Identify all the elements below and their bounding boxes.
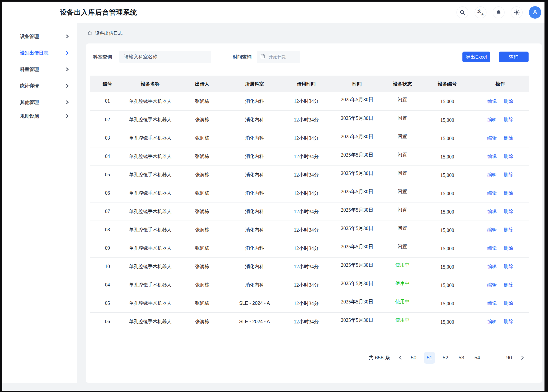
cell-duration: 12小时34分: [280, 184, 333, 202]
language-button[interactable]: 文A: [475, 6, 486, 18]
chevron-right-icon: [66, 84, 69, 88]
delete-link[interactable]: 删除: [504, 319, 513, 324]
query-button[interactable]: 查询: [499, 52, 529, 62]
edit-link[interactable]: 编辑: [487, 227, 497, 232]
cell-dept: 消化内科: [229, 239, 280, 257]
cell-device-name: 单孔腔镜手术机器人: [125, 202, 175, 221]
edit-link[interactable]: 编辑: [487, 245, 497, 251]
theme-button[interactable]: [511, 6, 523, 18]
chevron-right-icon: [66, 51, 69, 55]
delete-link[interactable]: 删除: [504, 135, 513, 141]
cell-code: 15,000: [423, 221, 471, 239]
edit-link[interactable]: 编辑: [487, 264, 497, 269]
cell-date: 2025年5月30日: [333, 146, 381, 164]
cell-dept: 消化内科: [229, 147, 280, 165]
edit-link[interactable]: 编辑: [487, 154, 497, 159]
edit-link[interactable]: 编辑: [487, 99, 497, 104]
cell-code: 15,000: [423, 111, 471, 129]
delete-link[interactable]: 删除: [504, 264, 513, 269]
sidebar-item-stats[interactable]: 统计详情: [20, 80, 69, 92]
pagination-page-51[interactable]: 51: [424, 352, 435, 364]
cell-lender: 张润栋: [175, 110, 229, 129]
start-date-picker[interactable]: [257, 51, 300, 63]
cell-duration: 12小时34分: [280, 239, 333, 257]
edit-link[interactable]: 编辑: [487, 209, 497, 214]
cell-date: 2025年5月30日: [333, 256, 381, 274]
start-date-input[interactable]: [269, 54, 296, 59]
pagination-page-54[interactable]: 54: [472, 352, 483, 364]
sidebar-item-lend-log[interactable]: 设别出借日志: [20, 47, 69, 59]
cell-date: 2025年5月30日: [333, 90, 381, 109]
delete-link[interactable]: 删除: [504, 99, 513, 104]
cell-id: 08: [90, 221, 125, 239]
pagination-page-53[interactable]: 53: [456, 352, 467, 364]
cell-device-name: 单孔腔镜手术机器人: [125, 129, 175, 147]
cell-actions: 编辑删除: [471, 184, 529, 202]
sidebar-item-label: 设别出借日志: [20, 50, 48, 56]
cell-lender: 张润栋: [175, 239, 229, 257]
cell-code: 15,000: [423, 295, 471, 313]
pagination-page-52[interactable]: 52: [440, 352, 451, 364]
calendar-icon: [260, 54, 265, 60]
cell-duration: 12小时34分: [280, 221, 333, 239]
delete-link[interactable]: 删除: [504, 190, 513, 196]
pagination-page-50[interactable]: 50: [408, 352, 419, 364]
pagination-page-90[interactable]: 90: [504, 352, 515, 364]
cell-dept: 消化内科: [229, 276, 280, 294]
edit-link[interactable]: 编辑: [487, 135, 497, 141]
delete-link[interactable]: 删除: [504, 209, 513, 214]
sidebar-item-device-mgmt[interactable]: 设备管理: [20, 31, 69, 42]
cell-status: 闲置: [381, 182, 424, 201]
cell-status: 闲置: [381, 90, 424, 109]
cell-dept: 消化内科: [229, 92, 280, 110]
search-button[interactable]: [456, 6, 468, 18]
delete-link[interactable]: 删除: [504, 117, 513, 122]
prev-page-icon[interactable]: [397, 356, 403, 360]
home-icon[interactable]: [87, 31, 93, 36]
sidebar-item-rules[interactable]: 规则设施: [20, 110, 69, 122]
delete-link[interactable]: 删除: [504, 172, 513, 177]
table-row: 04单孔腔镜手术机器人张润栋消化内科12小时34分2025年5月30日闲置15,…: [90, 147, 529, 165]
edit-link[interactable]: 编辑: [487, 319, 497, 324]
cell-lender: 张润栋: [175, 294, 229, 312]
dept-search-input[interactable]: [119, 51, 211, 63]
delete-link[interactable]: 删除: [504, 282, 513, 288]
cell-dept: 消化内科: [229, 129, 280, 147]
cell-id: 06: [90, 184, 125, 202]
delete-link[interactable]: 删除: [504, 245, 513, 251]
table-row: 02单孔腔镜手术机器人张润栋消化内科12小时34分2025年5月30日闲置15,…: [90, 110, 529, 129]
breadcrumb-current: 设备出借日志: [95, 30, 123, 36]
cell-status: 使用中: [381, 311, 424, 329]
table-row: 03单孔腔镜手术机器人张润栋消化内科12小时34分2025年5月30日闲置15,…: [90, 129, 529, 147]
cell-dept: SLE - 2024 - A: [229, 312, 280, 331]
cell-status: 闲置: [381, 237, 424, 256]
edit-link[interactable]: 编辑: [487, 282, 497, 288]
cell-status: 使用中: [381, 274, 424, 292]
cell-dept: SLE - 2024 - A: [229, 294, 280, 312]
edit-link[interactable]: 编辑: [487, 117, 497, 122]
next-page-icon[interactable]: [520, 356, 525, 360]
cell-id: 01: [90, 92, 125, 110]
cell-code: 15,000: [423, 184, 471, 203]
table-row: 09单孔腔镜手术机器人张润栋消化内科12小时34分2025年5月30日闲置15,…: [90, 239, 529, 257]
edit-link[interactable]: 编辑: [487, 190, 497, 196]
notifications-button[interactable]: [493, 6, 505, 18]
delete-link[interactable]: 删除: [504, 300, 513, 306]
sidebar-item-dept-mgmt[interactable]: 科室管理: [20, 63, 69, 75]
sidebar-item-label: 科室管理: [20, 66, 39, 73]
export-excel-button[interactable]: 导出Excel: [462, 52, 490, 62]
cell-dept: 消化内科: [229, 257, 280, 276]
sidebar-item-other-mgmt[interactable]: 其他管理: [20, 96, 69, 108]
cell-date: 2025年5月30日: [333, 201, 381, 219]
edit-link[interactable]: 编辑: [487, 172, 497, 177]
delete-link[interactable]: 删除: [504, 227, 513, 232]
dept-filter-label: 科室查询: [93, 54, 112, 60]
cell-status: 闲置: [381, 146, 424, 164]
edit-link[interactable]: 编辑: [487, 300, 497, 306]
content-panel: 科室查询 时间查询: [86, 43, 542, 383]
delete-link[interactable]: 删除: [504, 154, 513, 159]
cell-lender: 张润栋: [175, 129, 229, 147]
avatar[interactable]: A: [529, 6, 541, 19]
cell-id: 05: [90, 165, 125, 184]
cell-date: 2025年5月30日: [333, 182, 381, 201]
